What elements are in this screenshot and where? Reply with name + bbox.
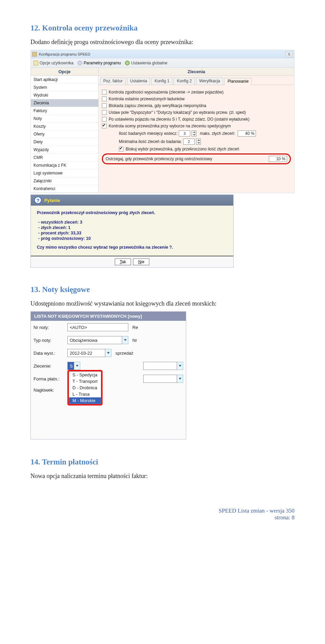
nr-input[interactable]: <AUTO> (67, 323, 128, 331)
intro-13: Udostępniono możliwość wystawiania not k… (30, 300, 298, 307)
sidebar-item[interactable]: Faktury (31, 107, 98, 115)
no-button[interactable]: Nie (133, 258, 149, 265)
tab-user-options[interactable]: Opcje użytkownika (34, 61, 73, 65)
dropdown-icon[interactable] (177, 375, 183, 383)
stat-pct: - procent złych: 33,33 (38, 231, 227, 235)
label-partial: Re (132, 325, 138, 330)
months-input[interactable]: 3 (179, 130, 190, 137)
app-icon (32, 52, 37, 57)
window-title: Konfiguracja programu SPEED (39, 52, 90, 56)
option[interactable]: D - Drobnica (69, 385, 101, 391)
sidebar-item[interactable]: Logi systemowe (31, 169, 98, 177)
sidebar-item[interactable]: CMR (31, 154, 98, 162)
intro-12: Dodano definicję progu ostrożnościowego … (30, 39, 298, 46)
sidebar-item[interactable]: Start aplikacji (31, 76, 98, 84)
dialog-question: Czy mimo wszystko chcesz wybrać tego prz… (37, 245, 227, 250)
globe-icon (125, 61, 130, 65)
typ-select[interactable]: Obciążeniowa (67, 336, 122, 344)
label-partial: sprzedaż (115, 351, 133, 356)
checkbox[interactable] (102, 103, 107, 108)
spinner-arrows-icon[interactable] (196, 139, 201, 145)
notes-form: LISTA NOT KSIĘGOWYCH WYSTAWIONYCH [nowy]… (30, 311, 186, 439)
dropdown-icon[interactable] (105, 349, 111, 357)
label-partial: Nr (132, 338, 137, 343)
sidebar-item[interactable]: Zlecenia (31, 99, 98, 107)
option[interactable]: L - Trasa (69, 391, 101, 397)
data-label: Data wyst.: (34, 351, 67, 356)
heading-12: 12. Kontrola oceny przewoźnika (30, 24, 298, 33)
checkbox[interactable] (102, 110, 107, 115)
subtab[interactable]: Ustalenia (127, 78, 150, 85)
zlecenie-select[interactable]: S (67, 362, 74, 370)
heading-13: 13. Noty księgowe (30, 285, 298, 294)
question-dialog: ? Pytanie Przewoźnik przekroczył ostrożn… (30, 194, 234, 268)
config-window: Konfiguracja programu SPEED X Opcje użyt… (30, 50, 295, 193)
subtab[interactable]: Konfig 1 (151, 78, 172, 85)
sidebar-item[interactable]: Wydruki (31, 91, 98, 99)
zlecenie-label: Zlecenie: (34, 363, 67, 369)
tab-program-params[interactable]: Parametry programu (78, 61, 121, 65)
right-panel: Zlecenia Poz. fakturUstaleniaKonfig 1Kon… (99, 68, 294, 193)
option[interactable]: M - Morskie (69, 397, 101, 404)
checkbox-carrier-rating[interactable] (102, 124, 107, 128)
warn-threshold-input[interactable]: 10 % (269, 156, 287, 162)
sidebar-item[interactable]: Komunikacja z FK (31, 162, 98, 169)
sidebar-item[interactable]: System (31, 84, 98, 91)
option[interactable]: S - Spedycja (69, 372, 101, 378)
heading-14: 14. Termin płatności (30, 458, 298, 466)
yes-button[interactable]: Tak (115, 258, 131, 265)
sidebar-item[interactable]: Oferty (31, 130, 98, 138)
page-footer: SPEED Lista zmian - wersja 350 strona: 8 (0, 507, 325, 535)
max-bad-input[interactable]: 40 % (238, 130, 256, 137)
zlecenie-options: S - SpedycjaT - TransportD - DrobnicaL -… (69, 371, 101, 404)
dropdown-icon[interactable] (122, 336, 128, 344)
left-header: Opcje (31, 68, 98, 76)
tab-global-settings[interactable]: Ustawienia globalne (125, 61, 167, 65)
left-panel: Opcje Start aplikacjiSystemWydrukiZlecen… (31, 68, 99, 193)
subtab[interactable]: Planowanie (224, 78, 252, 85)
typ-label: Typ noty: (34, 338, 67, 343)
close-icon[interactable]: X (285, 51, 293, 57)
ext-input[interactable] (143, 362, 177, 370)
warn-threshold-highlight: Ostrzegaj, gdy przewoźnik przekroczy pró… (102, 153, 291, 164)
sidebar-item[interactable]: Noty (31, 115, 98, 123)
subtab[interactable]: Konfig 2 (174, 78, 195, 85)
data-input[interactable]: 2012-03-22 (67, 349, 105, 357)
right-header: Zlecenia (99, 68, 294, 76)
naglowek-label: Nagłówek: (34, 388, 67, 393)
checkbox[interactable] (102, 90, 107, 95)
min-orders-input[interactable]: 2 (183, 139, 195, 145)
forma-select[interactable] (143, 375, 177, 383)
dropdown-highlight: S - SpedycjaT - TransportD - DrobnicaL -… (67, 370, 103, 406)
checkbox-block-carrier[interactable] (119, 147, 124, 151)
intro-14: Nowa opcja naliczania terminu płatności … (30, 473, 298, 480)
subtab[interactable]: Weryfikacja (196, 78, 223, 85)
dropdown-icon[interactable] (74, 362, 80, 370)
gear-icon (78, 61, 82, 65)
checkbox[interactable] (102, 97, 107, 101)
notes-header: LISTA NOT KSIĘGOWYCH WYSTAWIONYCH [nowy] (31, 312, 186, 321)
nr-label: Nr noty: (34, 325, 67, 330)
subtab[interactable]: Poz. faktur (100, 78, 126, 85)
stat-bad: - złych zleceń: 1 (38, 225, 227, 230)
dropdown-icon[interactable] (177, 362, 183, 370)
sidebar-item[interactable]: Załączniki (31, 177, 98, 185)
stat-threshold: - próg ostrożnościowy: 10 (38, 236, 227, 241)
checkbox[interactable] (102, 117, 107, 122)
sidebar-item[interactable]: Diety (31, 138, 98, 146)
question-icon: ? (34, 196, 42, 204)
sidebar-item[interactable]: Koszty (31, 123, 98, 130)
sidebar-item[interactable]: Kontrahenci (31, 185, 98, 193)
forma-label: Forma płatn.: (34, 376, 67, 381)
option[interactable]: T - Transport (69, 378, 101, 385)
sidebar-item[interactable]: Wyjazdy (31, 146, 98, 154)
user-icon (34, 61, 38, 65)
spinner-arrows-icon[interactable] (192, 130, 196, 137)
dialog-title: Pytanie (44, 198, 60, 203)
dialog-head: Przewoźnik przekroczył ostrożnościowy pr… (37, 210, 227, 215)
stat-all: - wszystkich zleceń: 3 (38, 220, 227, 225)
